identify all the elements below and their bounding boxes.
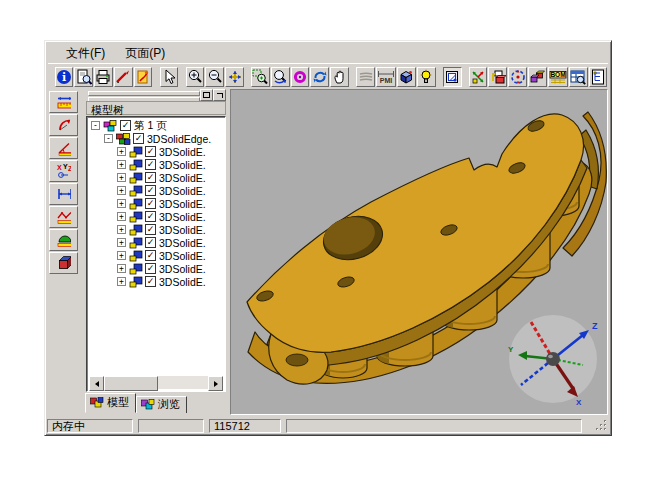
panel-restore-button[interactable] [200,89,213,101]
tree-item[interactable]: +✓3DSolidE. [89,236,223,249]
tree-expand-toggle[interactable]: + [117,186,126,195]
markup-pen-button[interactable] [114,67,133,87]
measure-distance-button[interactable] [49,183,78,205]
toolbar-separator [179,67,185,87]
printer-icon [95,69,111,85]
parts-list-button[interactable] [569,67,588,87]
menu-file[interactable]: 文件(F) [60,44,111,63]
tab-model[interactable]: 模型 [85,393,136,413]
tree-checkbox[interactable]: ✓ [145,211,156,222]
move-button[interactable] [225,67,244,87]
section-box-button[interactable] [528,67,547,87]
panel-hide-button[interactable] [213,89,226,101]
tree-expand-toggle[interactable]: + [117,199,126,208]
measure-coordinate-button[interactable]: XYZ [49,160,78,182]
open-preview-button[interactable] [74,67,93,87]
tree-item[interactable]: +✓3DSolidE. [89,197,223,210]
tree-item[interactable]: +✓3DSolidE. [89,145,223,158]
resize-grip[interactable] [596,420,608,432]
tree-checkbox[interactable]: ✓ [145,185,156,196]
tab-browse-label: 浏览 [158,397,180,412]
tree-expand-toggle[interactable]: + [117,212,126,221]
tree-checkbox[interactable]: ✓ [145,198,156,209]
markup-save-button[interactable] [134,67,153,87]
menu-page[interactable]: 页面(P) [119,44,171,63]
panel-tabs: 模型 浏览 [85,393,187,413]
scroll-thumb[interactable] [104,376,158,391]
tree-expand-toggle[interactable]: + [117,264,126,273]
structure-tree-button[interactable] [589,67,608,87]
bom-button[interactable]: BOM [548,67,568,87]
tree-expand-toggle[interactable]: + [117,251,126,260]
viewport-3d[interactable]: Z X Y [230,89,608,415]
panel-gripper[interactable] [86,89,226,100]
tree-hscrollbar[interactable] [89,376,223,389]
tree-checkbox[interactable]: ✓ [145,146,156,157]
view-cube-button[interactable] [397,67,416,87]
tree-item[interactable]: +✓3DSolidE. [89,184,223,197]
zoom-in-button[interactable] [186,67,205,87]
tree-checkbox[interactable]: ✓ [133,133,144,144]
tree-expand-toggle[interactable]: + [117,277,126,286]
rotate-parts-button[interactable] [508,67,527,87]
tree-checkbox[interactable]: ✓ [145,172,156,183]
select-button[interactable] [160,67,179,87]
tree-checkbox[interactable]: ✓ [145,250,156,261]
triangle-left-icon [92,381,99,387]
zoom-orbit-button[interactable] [271,67,290,87]
svg-text:Z: Z [68,165,71,172]
tree-expand-toggle[interactable]: + [117,173,126,182]
measure-polyline-button[interactable] [49,206,78,228]
measure-length-button[interactable] [49,91,78,113]
lighting-button[interactable] [417,67,436,87]
measure-arc-button[interactable] [49,229,78,251]
tree-checkbox[interactable]: ✓ [145,159,156,170]
tree-checkbox[interactable]: ✓ [145,263,156,274]
axis-x-label: X [576,398,582,407]
tree-expand-toggle[interactable]: - [91,121,100,130]
tree-item[interactable]: -✓第 1 页 [89,119,223,132]
tree-checkbox[interactable]: ✓ [120,120,131,131]
print-button[interactable] [94,67,113,87]
tree-item[interactable]: +✓3DSolidE. [89,275,223,288]
tree-item[interactable]: +✓3DSolidE. [89,171,223,184]
refresh-button[interactable] [310,67,329,87]
tree-checkbox[interactable]: ✓ [145,224,156,235]
scroll-left-button[interactable] [89,376,104,391]
info-icon: i [56,69,72,85]
rotate-target-button[interactable] [291,67,310,87]
measure-volume-button[interactable] [49,252,78,274]
scroll-right-button[interactable] [208,376,223,391]
tab-browse[interactable]: 浏览 [136,396,187,413]
tree-expand-toggle[interactable]: + [117,160,126,169]
tree-expand-toggle[interactable]: - [104,134,113,143]
length-dimension-icon [56,94,71,110]
tree-item[interactable]: +✓3DSolidE. [89,249,223,262]
panel-title: 模型树 [86,101,226,115]
replace-part-button[interactable] [488,67,507,87]
explode-button[interactable] [469,67,488,87]
tree-item[interactable]: +✓3DSolidE. [89,210,223,223]
tree-expand-toggle[interactable]: + [117,238,126,247]
notebook-icon [444,69,460,85]
measure-angle-button[interactable] [49,137,78,159]
assembly-icon [116,133,131,145]
measure-radius-button[interactable] [49,114,78,136]
orientation-trackball[interactable]: Z X Y [503,312,603,407]
pan-hand-button[interactable] [330,67,349,87]
tree-item[interactable]: +✓3DSolidE. [89,262,223,275]
info-button[interactable]: i [55,67,74,87]
pmi-button[interactable]: PMI [376,67,396,87]
tree-expand-toggle[interactable]: + [117,147,126,156]
layers-button[interactable] [356,67,375,87]
zoom-out-button[interactable] [205,67,224,87]
notebook-button[interactable] [443,67,462,87]
tree-item[interactable]: +✓3DSolidE. [89,223,223,236]
tree-item[interactable]: -✓3DSolidEdge. [89,132,223,145]
zoom-window-button[interactable] [251,67,270,87]
tree-item[interactable]: +✓3DSolidE. [89,158,223,171]
tree-expand-toggle[interactable]: + [117,225,126,234]
tree-checkbox[interactable]: ✓ [145,237,156,248]
part-icon [129,237,143,249]
tree-checkbox[interactable]: ✓ [145,276,156,287]
